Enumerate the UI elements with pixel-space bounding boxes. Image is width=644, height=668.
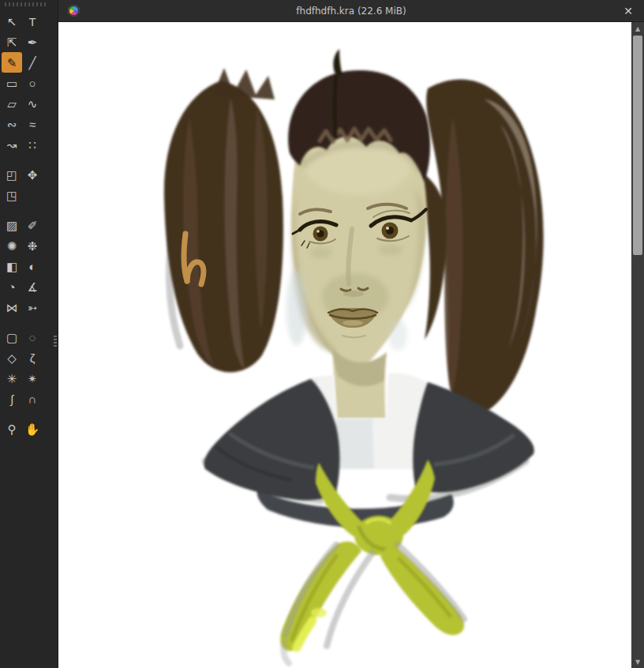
tool-gradient[interactable]: ▨ — [2, 215, 22, 235]
tool-group-3: ▢◌◇ζ✳✴∫∩ — [2, 327, 58, 409]
polygonal-selection-icon: ◇ — [7, 352, 17, 364]
polygon-icon: ▱ — [7, 98, 17, 110]
tool-group-4: ⚲✋ — [2, 418, 58, 439]
reference-images-icon: ➳ — [28, 302, 38, 313]
dynamic-brush-icon: ↝ — [7, 139, 17, 151]
enclose-fill-icon: ◐ — [28, 261, 36, 272]
tool-crop[interactable]: ◳ — [2, 185, 22, 205]
docker-splitter-handle[interactable] — [54, 336, 57, 348]
scroll-up-button[interactable]: ▲ — [631, 22, 644, 35]
text-icon: T — [28, 16, 36, 28]
similar-selection-icon: ✴ — [28, 373, 38, 385]
toolbox: ↖T⇱✒✎╱▭○▱∿∾≈↝∷◰✥◳▨✐✺❉◧◐◔∡⋈➳▢◌◇ζ✳✴∫∩⚲✋ — [0, 0, 58, 668]
close-button[interactable]: ✕ — [620, 3, 636, 19]
tool-edit-shapes[interactable]: ⇱ — [2, 32, 22, 52]
line-icon: ╱ — [28, 57, 36, 69]
tool-multibrush[interactable]: ∷ — [22, 134, 43, 155]
tool-assistants[interactable]: ⋈ — [2, 297, 22, 317]
ellipse-icon: ○ — [28, 77, 36, 89]
tool-text[interactable]: T — [22, 11, 43, 32]
pattern-edit-icon: ✺ — [7, 240, 17, 252]
tool-pan[interactable]: ✋ — [22, 418, 43, 439]
crop-icon: ◳ — [6, 190, 17, 201]
tool-bezier-selection[interactable]: ∫ — [2, 388, 22, 409]
smart-patch-icon: ❉ — [28, 240, 38, 252]
scroll-down-button[interactable]: ▼ — [631, 655, 644, 668]
contiguous-selection-icon: ✳ — [7, 373, 17, 385]
tool-ellipse[interactable]: ○ — [22, 73, 43, 93]
elliptical-selection-icon: ◌ — [29, 332, 36, 343]
tool-fill[interactable]: ◧ — [2, 256, 22, 276]
tool-line[interactable]: ╱ — [22, 52, 43, 73]
tool-group-2: ▨✐✺❉◧◐◔∡⋈➳ — [2, 215, 58, 317]
tool-group-1: ◰✥◳ — [2, 164, 58, 205]
tool-contiguous-selection[interactable]: ✳ — [2, 368, 22, 388]
edit-shapes-icon: ⇱ — [7, 36, 17, 48]
zoom-icon: ⚲ — [8, 423, 17, 435]
tool-group-0: ↖T⇱✒✎╱▭○▱∿∾≈↝∷ — [2, 11, 58, 155]
freehand-brush-icon: ✎ — [7, 57, 17, 69]
gradient-icon: ▨ — [6, 220, 17, 231]
krita-logo-icon — [68, 5, 80, 17]
tool-rectangle[interactable]: ▭ — [2, 73, 22, 93]
scrollbar-thumb[interactable] — [633, 36, 642, 255]
tool-similar-selection[interactable]: ✴ — [22, 368, 43, 388]
tool-reference-images[interactable]: ➳ — [22, 297, 43, 317]
krita-window: ↖T⇱✒✎╱▭○▱∿∾≈↝∷◰✥◳▨✐✺❉◧◐◔∡⋈➳▢◌◇ζ✳✴∫∩⚲✋ fh… — [0, 0, 644, 668]
fill-icon: ◧ — [6, 261, 17, 272]
pan-icon: ✋ — [25, 423, 40, 435]
tool-select-shapes[interactable]: ↖ — [2, 11, 22, 32]
colorize-mask-icon: ◔ — [8, 281, 15, 293]
tool-polygon[interactable]: ▱ — [2, 93, 22, 114]
tool-zoom[interactable]: ⚲ — [2, 418, 22, 439]
bezier-selection-icon: ∫ — [10, 393, 13, 405]
tool-colorize-mask[interactable]: ◔ — [2, 276, 22, 297]
tool-move[interactable]: ✥ — [22, 164, 43, 185]
document-window: fhdfhdfh.kra (22.6 MiB) ✕ — [58, 0, 644, 668]
transform-icon: ◰ — [6, 169, 17, 181]
tool-calligraphy[interactable]: ✒ — [22, 32, 43, 52]
rectangular-selection-icon: ▢ — [6, 332, 17, 343]
tool-polygonal-selection[interactable]: ◇ — [2, 347, 22, 368]
freehand-path-icon: ≈ — [29, 118, 36, 130]
calligraphy-icon: ✒ — [28, 36, 38, 48]
titlebar[interactable]: fhdfhdfh.kra (22.6 MiB) ✕ — [58, 0, 644, 22]
tool-dynamic-brush[interactable]: ↝ — [2, 134, 22, 155]
magnetic-selection-icon: ∩ — [28, 393, 37, 405]
tool-freehand-selection[interactable]: ζ — [22, 347, 43, 368]
tool-transform[interactable]: ◰ — [2, 164, 22, 185]
multibrush-icon: ∷ — [28, 139, 36, 151]
select-shapes-icon: ↖ — [7, 16, 17, 28]
window-title: fhdfhdfh.kra (22.6 MiB) — [58, 6, 644, 17]
tool-rectangular-selection[interactable]: ▢ — [2, 327, 22, 347]
workspace: ▲ ▼ — [58, 22, 644, 668]
polyline-icon: ∿ — [28, 98, 38, 110]
rectangle-icon: ▭ — [6, 77, 17, 89]
bezier-curve-icon: ∾ — [7, 118, 17, 130]
tool-enclose-fill[interactable]: ◐ — [22, 256, 43, 276]
assistants-icon: ⋈ — [6, 302, 18, 313]
tool-freehand-path[interactable]: ≈ — [22, 114, 43, 134]
tool-magnetic-selection[interactable]: ∩ — [22, 388, 43, 409]
tool-polyline[interactable]: ∿ — [22, 93, 43, 114]
tool-measure[interactable]: ∡ — [22, 276, 43, 297]
tool-bezier-curve[interactable]: ∾ — [2, 114, 22, 134]
artwork-portrait — [58, 22, 631, 668]
tool-elliptical-selection[interactable]: ◌ — [22, 327, 43, 347]
move-icon: ✥ — [28, 169, 38, 181]
tool-color-sampler[interactable]: ✐ — [22, 215, 43, 235]
tool-freehand-brush[interactable]: ✎ — [2, 52, 22, 73]
vertical-scrollbar[interactable]: ▲ ▼ — [631, 22, 644, 668]
measure-icon: ∡ — [27, 281, 37, 293]
tool-smart-patch[interactable]: ❉ — [22, 235, 43, 256]
canvas[interactable] — [58, 22, 631, 668]
freehand-selection-icon: ζ — [30, 352, 36, 364]
tool-pattern-edit[interactable]: ✺ — [2, 235, 22, 256]
toolbox-drag-handle[interactable] — [5, 2, 48, 6]
tool-groups: ↖T⇱✒✎╱▭○▱∿∾≈↝∷◰✥◳▨✐✺❉◧◐◔∡⋈➳▢◌◇ζ✳✴∫∩⚲✋ — [0, 9, 58, 439]
color-sampler-icon: ✐ — [28, 220, 38, 231]
